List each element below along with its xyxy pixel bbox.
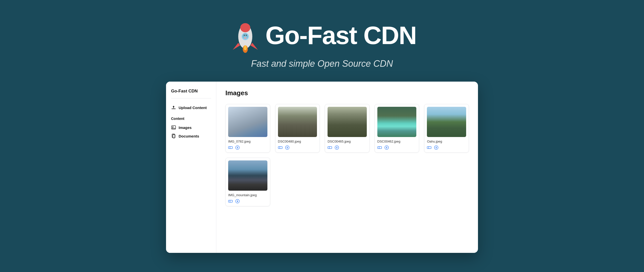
- copy-link-button[interactable]: [427, 145, 431, 150]
- download-button[interactable]: [235, 145, 240, 150]
- svg-rect-25: [230, 147, 232, 149]
- image-card: DSC00480.jpeg: [275, 104, 320, 153]
- header-subtitle: Fast and simple Open Source CDN: [251, 58, 393, 69]
- svg-point-16: [172, 126, 173, 127]
- image-card: DSC00462.jpeg: [375, 104, 419, 153]
- svg-point-7: [244, 35, 245, 36]
- image-filename: DSC00465.jpeg: [328, 140, 367, 143]
- image-preview-cliff: [278, 107, 317, 137]
- image-actions: [377, 145, 417, 150]
- svg-rect-30: [280, 147, 282, 149]
- image-actions: [228, 199, 267, 203]
- download-button[interactable]: [434, 145, 438, 150]
- image-preview-city: [228, 107, 267, 137]
- sidebar-section-title: Content: [171, 117, 211, 121]
- header-title: Go-Fast CDN: [265, 21, 416, 50]
- image-filename: DSC00462.jpeg: [377, 140, 417, 143]
- svg-rect-40: [379, 147, 382, 149]
- sidebar: Go-Fast CDN Upload Content Content I: [166, 82, 216, 253]
- image-thumbnail: [377, 107, 417, 137]
- upload-icon: [171, 105, 176, 110]
- image-thumbnail: [228, 107, 267, 137]
- svg-marker-33: [287, 148, 288, 149]
- svg-marker-17: [172, 127, 176, 129]
- image-preview-forest: [328, 107, 367, 137]
- svg-marker-2: [250, 43, 258, 50]
- main-container: Go-Fast CDN Upload Content Content I: [166, 82, 478, 253]
- copy-link-button[interactable]: [377, 145, 382, 150]
- image-preview-hill: [427, 107, 466, 137]
- image-thumbnail: [278, 107, 317, 137]
- svg-marker-1: [233, 43, 240, 50]
- image-thumbnail: [328, 107, 367, 137]
- copy-link-button[interactable]: [228, 199, 233, 203]
- rocket-logo-icon: [228, 15, 260, 55]
- svg-point-3: [240, 23, 250, 32]
- svg-marker-28: [237, 148, 238, 149]
- images-nav-label: Images: [179, 125, 192, 130]
- image-card: DSC00465.jpeg: [325, 104, 370, 153]
- image-thumbnail: [228, 160, 267, 191]
- download-button[interactable]: [384, 145, 389, 150]
- images-grid: IMG_0782.jpeg DSC00480.jpeg: [225, 104, 469, 153]
- image-filename: IMG_mountain.jpeg: [228, 193, 267, 197]
- copy-link-button[interactable]: [328, 145, 332, 150]
- header: Go-Fast CDN Fast and simple Open Source …: [0, 0, 644, 82]
- content-section-title: Images: [225, 89, 469, 97]
- image-actions: [278, 145, 317, 150]
- sidebar-item-images[interactable]: Images: [171, 123, 211, 132]
- upload-content-label: Upload Content: [179, 106, 207, 110]
- images-nav-icon: [171, 125, 176, 130]
- svg-marker-53: [237, 201, 238, 202]
- svg-rect-45: [429, 147, 431, 149]
- image-actions: [328, 145, 367, 150]
- upload-content-button[interactable]: Upload Content: [171, 104, 211, 112]
- image-preview-beach: [377, 107, 417, 137]
- copy-link-button[interactable]: [228, 145, 233, 150]
- svg-point-8: [246, 35, 247, 36]
- sidebar-logo: Go-Fast CDN: [171, 89, 211, 98]
- header-title-row: Go-Fast CDN: [228, 15, 416, 55]
- image-filename: Oahu.jpeg: [427, 140, 466, 143]
- image-preview-mountain: [228, 160, 267, 191]
- svg-rect-50: [230, 200, 232, 202]
- svg-marker-38: [336, 148, 338, 149]
- content-area: Images IMG_0782.jpeg: [216, 82, 478, 253]
- svg-marker-48: [435, 148, 437, 149]
- images-grid-row2: IMG_mountain.jpeg: [225, 158, 469, 206]
- image-card: IMG_0782.jpeg: [225, 104, 270, 153]
- svg-rect-22: [173, 134, 175, 138]
- documents-nav-label: Documents: [179, 134, 199, 138]
- image-filename: DSC00480.jpeg: [278, 140, 317, 143]
- documents-nav-icon: [171, 133, 176, 139]
- svg-point-11: [244, 45, 247, 50]
- copy-link-button[interactable]: [278, 145, 283, 150]
- svg-rect-12: [172, 109, 176, 109]
- image-card: IMG_mountain.jpeg: [225, 158, 270, 206]
- download-button[interactable]: [285, 145, 290, 150]
- image-thumbnail: [427, 107, 466, 137]
- image-actions: [427, 145, 466, 150]
- image-card: Oahu.jpeg: [424, 104, 469, 153]
- svg-marker-14: [173, 106, 175, 107]
- sidebar-item-documents[interactable]: Documents: [171, 132, 211, 140]
- image-filename: IMG_0782.jpeg: [228, 140, 267, 143]
- download-button[interactable]: [335, 145, 339, 150]
- download-button[interactable]: [235, 199, 240, 203]
- svg-rect-35: [329, 147, 332, 149]
- image-actions: [228, 145, 267, 150]
- svg-marker-43: [386, 148, 387, 149]
- svg-point-9: [244, 38, 246, 39]
